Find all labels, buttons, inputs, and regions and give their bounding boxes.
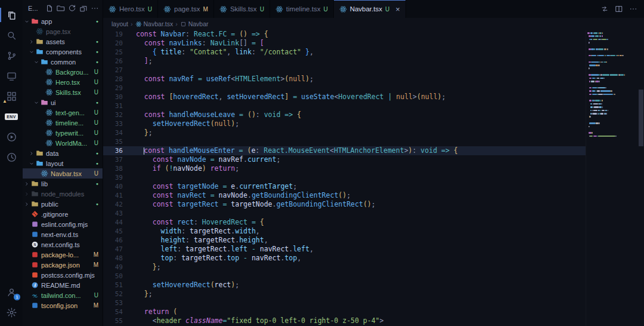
- code-line-45[interactable]: 45 width: targetRect.width,: [103, 227, 586, 236]
- code-line-41[interactable]: 41 const navRect = navNode.getBoundingCl…: [103, 191, 586, 200]
- editor-scrollbar[interactable]: [638, 30, 644, 326]
- tree-file-package.json[interactable]: package.jsonM: [23, 260, 103, 270]
- search-icon[interactable]: [0, 25, 23, 45]
- tree-file-backgrou...[interactable]: Backgrou...U: [23, 67, 103, 77]
- chevron-right-icon[interactable]: [29, 150, 35, 156]
- tree-file-typewrit...[interactable]: typewrit...U: [23, 128, 103, 138]
- tree-folder-components[interactable]: components●: [23, 47, 103, 57]
- accounts-icon[interactable]: 1: [0, 282, 23, 302]
- tree-folder-lib[interactable]: lib●: [23, 179, 103, 189]
- chevron-down-icon[interactable]: [33, 59, 40, 65]
- chevron-right-icon[interactable]: [24, 181, 30, 187]
- tab-timeline.tsx[interactable]: timeline.tsxU: [270, 0, 334, 18]
- tree-folder-data[interactable]: data●: [23, 148, 103, 158]
- tree-file-worldma...[interactable]: WorldMa...U: [23, 138, 103, 148]
- remote-explorer-icon[interactable]: [0, 66, 23, 86]
- collapse-folders-icon[interactable]: [78, 2, 89, 14]
- new-folder-icon[interactable]: [55, 2, 66, 14]
- code-line-53[interactable]: 53: [103, 299, 586, 307]
- code-line-50[interactable]: 50: [103, 272, 586, 281]
- more-actions-icon[interactable]: [627, 3, 639, 15]
- code-line-25[interactable]: 25 { title: "Contact", link: "/contact" …: [103, 48, 586, 57]
- tree-file-timeline...[interactable]: timeline...U: [23, 118, 103, 128]
- tree-file-text-gen...[interactable]: text-gen...U: [23, 107, 103, 118]
- code-line-38[interactable]: 38 if (!navNode) return;: [103, 164, 586, 173]
- chevron-right-icon[interactable]: [24, 191, 30, 197]
- code-line-36[interactable]: 36 const handleMouseEnter = (e: React.Mo…: [103, 146, 586, 155]
- new-file-icon[interactable]: [44, 2, 55, 14]
- tree-folder-node-modules[interactable]: node_modules: [23, 189, 103, 199]
- tree-file-navbar.tsx[interactable]: Navbar.tsxU: [23, 168, 103, 179]
- chevron-down-icon[interactable]: [29, 161, 35, 167]
- chevron-down-icon[interactable]: [33, 100, 40, 106]
- code-line-37[interactable]: 37 const navNode = navRef.current;: [103, 155, 586, 164]
- tree-folder-ui[interactable]: ui●: [23, 97, 103, 107]
- tree-folder-app[interactable]: app●: [23, 16, 103, 26]
- tree-file-hero.tsx[interactable]: Hero.tsxU: [23, 77, 103, 87]
- code-line-33[interactable]: 33 setHoveredRect(null);: [103, 119, 586, 128]
- tab-page.tsx[interactable]: page.tsxM: [158, 0, 214, 18]
- code-line-26[interactable]: 26 ];: [103, 57, 586, 66]
- close-tab-icon[interactable]: ×: [395, 5, 400, 13]
- tree-folder-common[interactable]: common●: [23, 57, 103, 67]
- code-line-28[interactable]: 28 const navRef = useRef<HTMLElement>(nu…: [103, 75, 586, 84]
- code-line-40[interactable]: 40 const targetNode = e.currentTarget;: [103, 182, 586, 191]
- minimap[interactable]: [586, 30, 638, 326]
- tree-file-tsconfig.json[interactable]: tsconfig.jsonM: [23, 300, 103, 310]
- code-line-20[interactable]: 20 const navLinks: NavLink[] = [: [103, 39, 586, 48]
- code-line-19[interactable]: 19const Navbar: React.FC = () => {: [103, 30, 586, 39]
- code-line-52[interactable]: 52 };: [103, 290, 586, 299]
- settings-icon[interactable]: [0, 302, 23, 322]
- chevron-right-icon[interactable]: [29, 39, 35, 45]
- split-editor-icon[interactable]: [613, 3, 625, 15]
- tab-hero.tsx[interactable]: Hero.tsxU: [103, 0, 158, 18]
- code-line-39[interactable]: 39: [103, 173, 586, 182]
- tree-folder-assets[interactable]: assets●: [23, 36, 103, 47]
- code-line-29[interactable]: 29: [103, 84, 586, 93]
- dotenv-icon[interactable]: ENV: [0, 106, 23, 127]
- code-line-30[interactable]: 30 const [hoveredRect, setHoveredRect] =…: [103, 93, 586, 102]
- tree-folder-layout[interactable]: layout●: [23, 158, 103, 168]
- code-line-35[interactable]: 35: [103, 137, 586, 146]
- scrollbar-thumb[interactable]: [639, 90, 643, 146]
- tree-file-postcss.config.mjs[interactable]: postcss.config.mjs: [23, 270, 103, 280]
- code-line-27[interactable]: 27: [103, 66, 586, 75]
- code-line-43[interactable]: 43: [103, 209, 586, 218]
- tab-skills.tsx[interactable]: Skills.tsxU: [214, 0, 270, 18]
- tree-file-eslint.config.mjs[interactable]: eslint.config.mjs: [23, 219, 103, 229]
- tree-file-readme.md[interactable]: iREADME.md: [23, 280, 103, 290]
- extensions-icon[interactable]: ▲: [0, 86, 23, 106]
- breadcrumb-item-navbar[interactable]: Navbar: [180, 20, 209, 27]
- chevron-right-icon[interactable]: [24, 201, 30, 207]
- tree-file-.gitignore[interactable]: .gitignore: [23, 209, 103, 219]
- breadcrumb-item-layout[interactable]: layout: [112, 20, 128, 27]
- tree-file-skills.tsx[interactable]: Skills.tsxU: [23, 87, 103, 97]
- code-line-48[interactable]: 48 top: targetRect.top - navRect.top,: [103, 254, 586, 263]
- tree-file-package-lo...[interactable]: package-lo...M: [23, 250, 103, 260]
- chevron-down-icon[interactable]: [29, 49, 35, 55]
- code-line-32[interactable]: 32 const handleMouseLeave = (): void => …: [103, 110, 586, 119]
- chevron-down-icon[interactable]: [24, 19, 30, 24]
- refresh-explorer-icon[interactable]: [66, 2, 78, 14]
- tree-folder-public[interactable]: public●: [23, 199, 103, 209]
- code-line-55[interactable]: 55 <header className="fixed top-0 left-0…: [103, 316, 586, 325]
- code-line-47[interactable]: 47 left: targetRect.left - navRect.left,: [103, 245, 586, 254]
- code-line-46[interactable]: 46 height: targetRect.height,: [103, 236, 586, 245]
- explorer-icon[interactable]: [0, 5, 23, 25]
- code-line-42[interactable]: 42 const targetRect = targetNode.getBoun…: [103, 200, 586, 209]
- tree-file-next.config.ts[interactable]: Nnext.config.ts: [23, 239, 103, 250]
- more-actions-icon[interactable]: [89, 2, 100, 14]
- code-line-34[interactable]: 34 };: [103, 128, 586, 137]
- tab-navbar.tsx[interactable]: Navbar.tsxU×: [334, 0, 406, 18]
- tree-file-tailwind.con...[interactable]: tailwind.con...U: [23, 290, 103, 300]
- history-icon[interactable]: [0, 147, 23, 167]
- open-changes-icon[interactable]: [599, 3, 611, 15]
- code-line-49[interactable]: 49 };: [103, 263, 586, 272]
- tree-file-page.tsx[interactable]: page.tsx: [23, 26, 103, 36]
- breadcrumb-item-navbar.tsx[interactable]: Navbar.tsx: [135, 20, 174, 27]
- code-line-44[interactable]: 44 const rect: HoveredRect = {: [103, 218, 586, 227]
- code-line-54[interactable]: 54 return (: [103, 307, 586, 316]
- code-line-51[interactable]: 51 setHoveredRect(rect);: [103, 281, 586, 290]
- run-and-debug-icon[interactable]: [0, 127, 23, 147]
- code-line-31[interactable]: 31: [103, 102, 586, 110]
